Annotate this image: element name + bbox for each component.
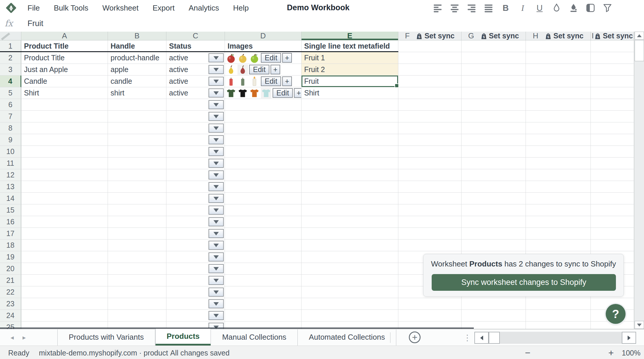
formula-input[interactable]: Fruit — [27, 19, 43, 28]
cell-B19[interactable] — [108, 251, 166, 263]
row-header-17[interactable]: 17 — [0, 228, 21, 240]
cell-C17[interactable] — [166, 228, 225, 240]
underline-icon[interactable]: U — [535, 3, 545, 13]
horizontal-scrollbar-thumb[interactable] — [489, 332, 500, 344]
red-apple-thumbnail[interactable] — [226, 53, 236, 63]
cell-I2[interactable] — [591, 52, 634, 64]
cell-A11[interactable] — [21, 158, 108, 169]
cell-C18[interactable] — [166, 240, 225, 251]
status-dropdown[interactable] — [209, 182, 224, 191]
text-color-icon[interactable] — [552, 3, 562, 13]
row-header-10[interactable]: 10 — [0, 146, 21, 158]
column-header-I[interactable]: ISSet sync — [591, 32, 634, 40]
cell-G4[interactable] — [462, 76, 526, 87]
tab-products-with-variants[interactable]: Products with Variants — [57, 329, 155, 346]
cell-B6[interactable] — [108, 99, 166, 111]
cell-B17[interactable] — [108, 228, 166, 240]
row-header-24[interactable]: 24 — [0, 310, 21, 322]
cell-E18[interactable] — [302, 240, 398, 251]
cell-I14[interactable] — [591, 193, 634, 204]
cell-D22[interactable] — [225, 286, 302, 298]
cell-H1[interactable] — [526, 40, 591, 52]
cell-F9[interactable] — [398, 134, 462, 146]
cell-H10[interactable] — [526, 146, 591, 158]
status-dropdown[interactable] — [209, 206, 224, 215]
cell-B4[interactable]: candle — [108, 76, 166, 87]
cell-I6[interactable] — [591, 99, 634, 111]
cell-A19[interactable] — [21, 251, 108, 263]
row-header-16[interactable]: 16 — [0, 216, 21, 228]
cell-D18[interactable] — [225, 240, 302, 251]
cell-I16[interactable] — [591, 216, 634, 228]
mixtable-logo-icon[interactable] — [5, 2, 17, 14]
row-header-3[interactable]: 3 — [0, 64, 21, 76]
orange-shirt-thumbnail[interactable] — [249, 88, 260, 98]
cell-G16[interactable] — [462, 216, 526, 228]
cell-B8[interactable] — [108, 122, 166, 134]
cell-F10[interactable] — [398, 146, 462, 158]
menu-export[interactable]: Export — [153, 4, 175, 13]
row-header-11[interactable]: 11 — [0, 158, 21, 169]
cell-H23[interactable] — [526, 298, 591, 310]
cell-F4[interactable] — [398, 76, 462, 87]
tab-products[interactable]: Products — [155, 329, 211, 346]
cell-A24[interactable] — [21, 310, 108, 322]
cell-H25[interactable] — [526, 322, 591, 329]
menu-file[interactable]: File — [27, 4, 40, 13]
cell-H12[interactable] — [526, 169, 591, 181]
edit-images-button[interactable]: Edit — [273, 88, 293, 98]
cell-E9[interactable] — [302, 134, 398, 146]
column-header-A[interactable]: A — [21, 32, 108, 40]
status-dropdown[interactable] — [209, 147, 224, 156]
cell-A7[interactable] — [21, 111, 108, 122]
status-dropdown[interactable] — [209, 100, 224, 109]
cell-E22[interactable] — [302, 286, 398, 298]
set-sync-button-G[interactable]: SSet sync — [481, 32, 519, 40]
cell-C13[interactable] — [166, 181, 225, 193]
cell-E8[interactable] — [302, 122, 398, 134]
column-header-C[interactable]: C — [166, 32, 225, 40]
cell-D16[interactable] — [225, 216, 302, 228]
status-dropdown[interactable] — [209, 299, 224, 308]
cell-C10[interactable] — [166, 146, 225, 158]
align-justify-icon[interactable] — [484, 3, 494, 13]
row-header-19[interactable]: 19 — [0, 251, 21, 263]
cell-I15[interactable] — [591, 204, 634, 216]
cell-F6[interactable] — [398, 99, 462, 111]
row-header-20[interactable]: 20 — [0, 263, 21, 275]
cell-E1[interactable]: Single line text metafield — [302, 40, 398, 52]
cell-D6[interactable] — [225, 99, 302, 111]
cell-E12[interactable] — [302, 169, 398, 181]
cell-C1[interactable]: Status — [166, 40, 225, 52]
cell-I1[interactable] — [591, 40, 634, 52]
cell-C11[interactable] — [166, 158, 225, 169]
cell-D8[interactable] — [225, 122, 302, 134]
cell-C16[interactable] — [166, 216, 225, 228]
cell-G24[interactable] — [462, 310, 526, 322]
cell-A22[interactable] — [21, 286, 108, 298]
cell-E4[interactable]: Fruit — [302, 76, 398, 87]
cell-E5[interactable]: Shirt — [302, 87, 398, 99]
cell-A14[interactable] — [21, 193, 108, 204]
cell-E19[interactable] — [302, 251, 398, 263]
column-header-H[interactable]: HSSet sync — [526, 32, 591, 40]
edit-images-button[interactable]: Edit — [261, 53, 281, 63]
row-header-18[interactable]: 18 — [0, 240, 21, 251]
menu-analytics[interactable]: Analytics — [189, 4, 219, 13]
cell-G12[interactable] — [462, 169, 526, 181]
cell-B15[interactable] — [108, 204, 166, 216]
status-dropdown[interactable] — [209, 194, 224, 203]
cell-G3[interactable] — [462, 64, 526, 76]
cell-A20[interactable] — [21, 263, 108, 275]
align-center-icon[interactable] — [450, 3, 460, 13]
cell-B20[interactable] — [108, 263, 166, 275]
cell-G6[interactable] — [462, 99, 526, 111]
cell-I4[interactable] — [591, 76, 634, 87]
cell-C21[interactable] — [166, 275, 225, 286]
green-apple-thumbnail[interactable] — [249, 53, 260, 63]
select-all-corner[interactable] — [0, 32, 21, 40]
cell-A13[interactable] — [21, 181, 108, 193]
cell-A1[interactable]: Product Title — [21, 40, 108, 52]
row-header-12[interactable]: 12 — [0, 169, 21, 181]
cell-B24[interactable] — [108, 310, 166, 322]
